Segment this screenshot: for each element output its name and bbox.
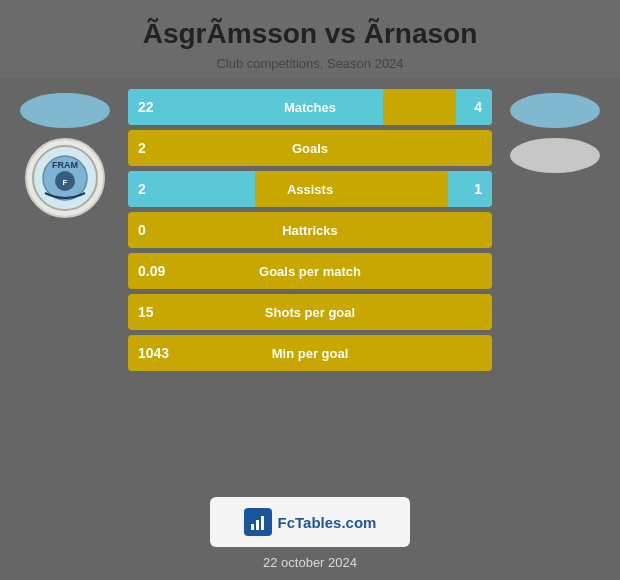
stat-row-hattricks: 0 Hattricks (128, 212, 492, 248)
stat-row-goals-per-match: 0.09 Goals per match (128, 253, 492, 289)
page-title: ÃsgrÃmsson vs Ãrnason (20, 18, 600, 50)
right-oval-top (510, 93, 600, 128)
goals-label: Goals (128, 141, 492, 156)
svg-rect-5 (251, 524, 254, 530)
stat-row-assists: 2 Assists 1 (128, 171, 492, 207)
svg-text:FRAM: FRAM (52, 160, 78, 170)
assists-label: Assists (128, 182, 492, 197)
fctables-text: FcTables.com (278, 514, 377, 531)
subtitle: Club competitions, Season 2024 (20, 56, 600, 71)
fctables-icon (244, 508, 272, 536)
svg-rect-6 (256, 520, 259, 530)
stat-row-goals: 2 Goals (128, 130, 492, 166)
page-container: ÃsgrÃmsson vs Ãrnason Club competitions,… (0, 0, 620, 580)
left-side: FRAM F (10, 89, 120, 218)
min-per-goal-label: Min per goal (128, 346, 492, 361)
fctables-badge[interactable]: FcTables.com (210, 497, 410, 547)
right-side (500, 89, 610, 173)
goals-per-match-label: Goals per match (128, 264, 492, 279)
hattricks-label: Hattricks (128, 223, 492, 238)
assists-right-value: 1 (474, 181, 482, 197)
stat-row-min-per-goal: 1043 Min per goal (128, 335, 492, 371)
stats-area: 22 Matches 4 2 Goals 2 Assists 1 0 Hattr… (128, 89, 492, 371)
matches-label: Matches (128, 100, 492, 115)
team-logo-left: FRAM F (25, 138, 105, 218)
date-text: 22 october 2024 (263, 555, 357, 570)
svg-rect-7 (261, 516, 264, 530)
stat-row-shots-per-goal: 15 Shots per goal (128, 294, 492, 330)
stat-row-matches: 22 Matches 4 (128, 89, 492, 125)
main-content: FRAM F 22 Matches 4 2 Goals (0, 79, 620, 487)
left-oval-top (20, 93, 110, 128)
svg-text:F: F (63, 178, 68, 187)
matches-right-value: 4 (474, 99, 482, 115)
right-oval-bottom (510, 138, 600, 173)
footer: FcTables.com 22 october 2024 (0, 487, 620, 580)
header: ÃsgrÃmsson vs Ãrnason Club competitions,… (0, 0, 620, 79)
shots-per-goal-label: Shots per goal (128, 305, 492, 320)
